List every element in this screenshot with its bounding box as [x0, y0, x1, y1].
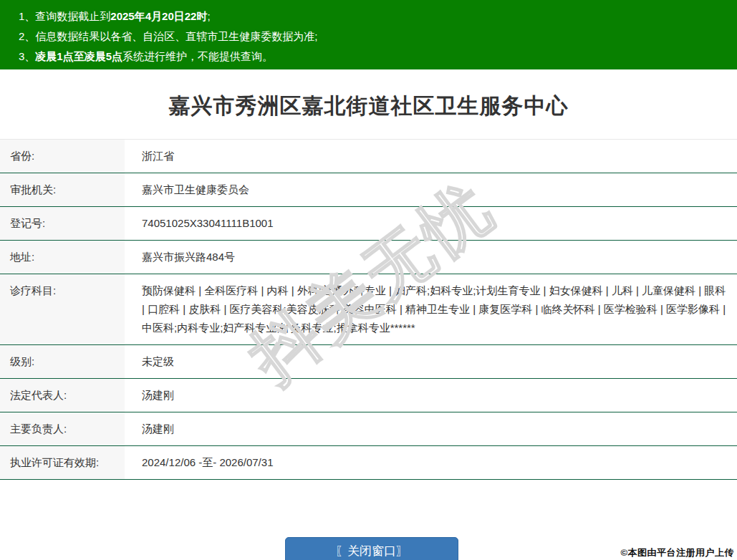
info-table: 省份: 浙江省 审批机关: 嘉兴市卫生健康委员会 登记号: 74051025X3…	[0, 139, 737, 480]
close-window-button[interactable]: 〖关闭窗口〗	[285, 537, 458, 560]
notice-text: 3、	[19, 50, 35, 62]
notice-text: 2、信息数据结果以各省、自治区、直辖市卫生健康委数据为准;	[19, 30, 318, 42]
row-label: 法定代表人:	[0, 379, 125, 412]
row-label: 地址:	[0, 241, 125, 274]
notice-line: 1、查询数据截止到2025年4月20日22时;	[19, 6, 730, 26]
notice-text: ;	[207, 10, 210, 22]
upload-credit: ©本图由平台注册用户上传	[620, 546, 734, 559]
row-value: 74051025X33041111B1001	[125, 207, 737, 240]
row-label: 审批机关:	[0, 173, 125, 206]
notice-bold-text: 凌晨1点至凌晨5点	[35, 50, 122, 62]
row-value: 汤建刚	[125, 412, 737, 445]
notice-text: 1、查询数据截止到	[19, 10, 110, 22]
notice-line: 2、信息数据结果以各省、自治区、直辖市卫生健康委数据为准;	[19, 26, 730, 47]
table-row-address: 地址: 嘉兴市振兴路484号	[0, 240, 737, 274]
row-value: 2024/12/06 -至- 2026/07/31	[125, 446, 737, 479]
table-row-province: 省份: 浙江省	[0, 140, 737, 173]
row-value: 嘉兴市振兴路484号	[125, 241, 737, 274]
row-value: 浙江省	[125, 140, 737, 173]
row-label: 级别:	[0, 345, 125, 378]
page-title: 嘉兴市秀洲区嘉北街道社区卫生服务中心	[0, 69, 737, 139]
notice-text: 系统进行维护，不能提供查询。	[122, 50, 273, 62]
table-row-approval-authority: 审批机关: 嘉兴市卫生健康委员会	[0, 173, 737, 206]
table-row-license-validity: 执业许可证有效期: 2024/12/06 -至- 2026/07/31	[0, 445, 737, 479]
row-value: 汤建刚	[125, 379, 737, 412]
row-label: 执业许可证有效期:	[0, 446, 125, 479]
notice-bold-text: 2025年4月20日22时	[110, 10, 207, 22]
table-row-level: 级别: 未定级	[0, 344, 737, 378]
table-row-legal-representative: 法定代表人: 汤建刚	[0, 378, 737, 412]
table-row-medical-subjects: 诊疗科目: 预防保健科 | 全科医疗科 | 内科 | 外科;普通外科专业 | 妇…	[0, 274, 737, 344]
row-label: 登记号:	[0, 207, 125, 240]
row-value: 未定级	[125, 345, 737, 378]
row-label: 诊疗科目:	[0, 274, 125, 344]
notice-line: 3、凌晨1点至凌晨5点系统进行维护，不能提供查询。	[19, 47, 730, 67]
row-value: 嘉兴市卫生健康委员会	[125, 173, 737, 206]
row-value: 预防保健科 | 全科医疗科 | 内科 | 外科;普通外科专业 | 妇产科;妇科专…	[125, 274, 737, 344]
table-row-main-person-in-charge: 主要负责人: 汤建刚	[0, 412, 737, 445]
table-row-registration-number: 登记号: 74051025X33041111B1001	[0, 206, 737, 240]
row-label: 省份:	[0, 140, 125, 173]
row-label: 主要负责人:	[0, 412, 125, 445]
notice-banner: 1、查询数据截止到2025年4月20日22时; 2、信息数据结果以各省、自治区、…	[0, 0, 737, 69]
